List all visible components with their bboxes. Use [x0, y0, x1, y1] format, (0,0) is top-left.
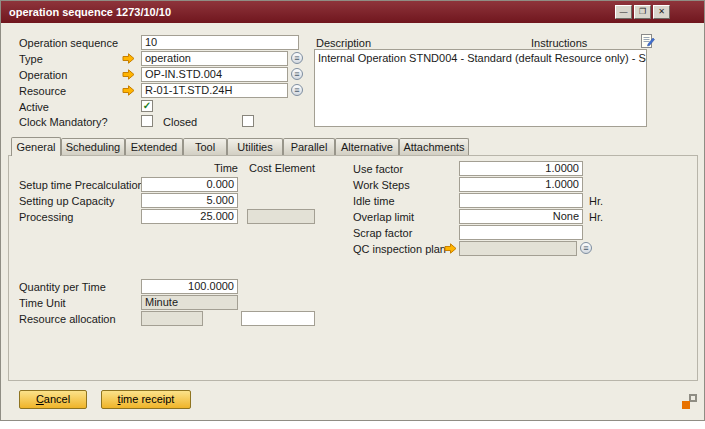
- form-settings-icon[interactable]: [682, 394, 697, 409]
- operation-sequence-label: Operation sequence: [19, 36, 118, 50]
- close-icon[interactable]: ✕: [653, 5, 670, 19]
- link-arrow-icon[interactable]: [122, 53, 135, 64]
- tab-utilities[interactable]: Utilities: [227, 138, 283, 155]
- title-bar[interactable]: operation sequence 1273/10/10 — ❐ ✕: [1, 1, 704, 23]
- clock-mandatory-checkbox[interactable]: [141, 115, 153, 127]
- choose-from-list-icon[interactable]: [291, 68, 303, 80]
- description-text: Internal Operation STND004 - Standard (d…: [315, 50, 646, 66]
- tab-attachments[interactable]: Attachments: [399, 138, 469, 155]
- link-arrow-icon[interactable]: [122, 85, 135, 96]
- restore-icon[interactable]: ❐: [634, 5, 651, 19]
- tab-general[interactable]: General: [11, 137, 61, 156]
- link-arrow-icon[interactable]: [122, 69, 135, 80]
- operation-sequence-window: operation sequence 1273/10/10 — ❐ ✕ Oper…: [0, 0, 705, 421]
- resource-label: Resource: [19, 84, 66, 98]
- tab-tool[interactable]: Tool: [183, 138, 227, 155]
- time-receipt-button-label: ime receipt: [121, 393, 175, 405]
- choose-from-list-icon[interactable]: [291, 84, 303, 96]
- tab-parallel[interactable]: Parallel: [283, 138, 335, 155]
- orange-square-icon: [682, 401, 690, 409]
- window-title: operation sequence 1273/10/10: [9, 1, 171, 23]
- type-label: Type: [19, 52, 43, 66]
- operation-label: Operation: [19, 68, 67, 82]
- cancel-button[interactable]: Cancel: [19, 390, 87, 409]
- type-field[interactable]: operation: [141, 51, 288, 66]
- operation-sequence-field[interactable]: 10: [141, 35, 299, 50]
- time-receipt-button[interactable]: time receipt: [101, 390, 191, 409]
- operation-field[interactable]: OP-IN.STD.004: [141, 67, 288, 82]
- description-label: Description: [316, 36, 371, 50]
- gray-square-icon: [689, 394, 697, 402]
- tab-alternative[interactable]: Alternative: [335, 138, 399, 155]
- active-checkbox[interactable]: ✓: [141, 100, 153, 112]
- clock-mandatory-label: Clock Mandatory?: [19, 115, 108, 129]
- choose-from-list-icon[interactable]: [291, 52, 303, 64]
- description-textarea[interactable]: Internal Operation STND004 - Standard (d…: [314, 49, 647, 127]
- cancel-button-label: ancel: [44, 393, 70, 405]
- tab-content-pane: [8, 155, 698, 381]
- minimize-icon[interactable]: —: [615, 5, 632, 19]
- tab-scheduling[interactable]: Scheduling: [61, 138, 125, 155]
- closed-label: Closed: [163, 115, 197, 129]
- active-label: Active: [19, 100, 49, 114]
- resource-field[interactable]: R-01-1T.STD.24H: [141, 83, 288, 98]
- window-controls: — ❐ ✕: [615, 5, 670, 19]
- closed-checkbox[interactable]: [242, 115, 254, 127]
- instructions-label: Instructions: [531, 36, 587, 50]
- tab-extended[interactable]: Extended: [125, 138, 183, 155]
- cancel-button-mnemonic: C: [36, 393, 44, 405]
